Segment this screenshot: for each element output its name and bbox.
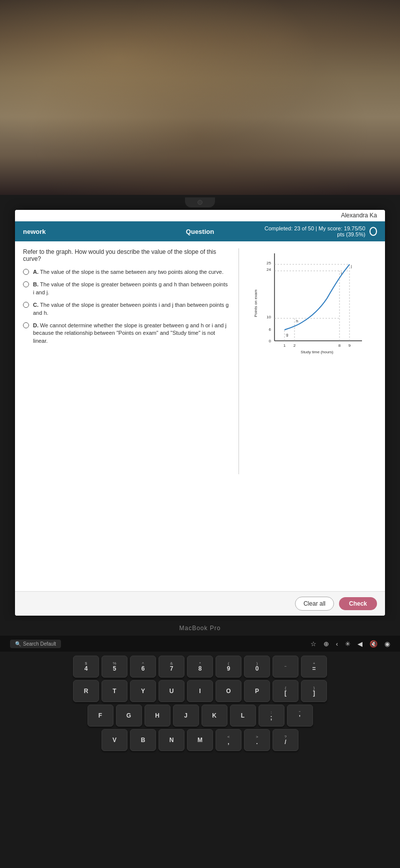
svg-text:2: 2 — [294, 343, 296, 348]
settings-icon[interactable] — [370, 227, 377, 236]
svg-text:g: g — [286, 332, 288, 337]
key-equals[interactable]: += — [301, 656, 327, 678]
star-icon[interactable]: ☆ — [310, 640, 316, 648]
option-b[interactable]: B. The value of the slope is greater bet… — [23, 281, 230, 296]
key-v[interactable]: V — [102, 729, 128, 751]
option-d[interactable]: D. We cannot determine whether the slope… — [23, 322, 230, 345]
svg-text:j: j — [350, 264, 352, 268]
key-b[interactable]: B — [130, 729, 156, 751]
check-button[interactable]: Check — [339, 597, 377, 610]
key-quote[interactable]: "' — [287, 705, 313, 727]
macbook-label: MacBook Pro — [0, 621, 400, 636]
search-label: Search Default — [23, 641, 56, 647]
svg-text:i: i — [341, 271, 342, 275]
nav-score-label: Completed: 23 of 50 | My score: 19.75/50… — [259, 225, 366, 237]
screen-content: Alexandra Ka nework Question Completed: … — [15, 210, 385, 616]
radio-d[interactable] — [23, 322, 29, 328]
key-y[interactable]: Y — [130, 680, 156, 702]
svg-text:Study time (hours): Study time (hours) — [300, 350, 334, 354]
key-comma[interactable]: <, — [216, 729, 242, 751]
key-8[interactable]: *8 — [187, 656, 213, 678]
key-bracket-left[interactable]: {[ — [272, 680, 298, 702]
nav-header: nework Question Completed: 23 of 50 | My… — [15, 221, 385, 241]
question-left: Refer to the graph. How would you descri… — [23, 248, 230, 474]
svg-text:Points on exam: Points on exam — [254, 289, 258, 317]
option-a[interactable]: A. The value of the slope is the same be… — [23, 268, 230, 276]
question-area: Refer to the graph. How would you descri… — [15, 241, 385, 481]
key-m[interactable]: M — [187, 729, 213, 751]
webcam-bar — [0, 195, 400, 210]
key-9[interactable]: (9 — [216, 656, 242, 678]
user-bar: Alexandra Ka — [15, 210, 385, 221]
radio-b[interactable] — [23, 281, 29, 287]
key-r[interactable]: R — [73, 680, 99, 702]
svg-text:1: 1 — [284, 343, 286, 348]
svg-text:24: 24 — [266, 267, 271, 272]
graph-container: 0 6 10 24 25 1 2 8 9 — [252, 248, 372, 358]
svg-text:0: 0 — [269, 339, 272, 343]
keyboard: $4 %5 ^6 &7 *8 (9 )0 − += R T Y U I O P … — [0, 652, 400, 762]
footer-bar: Clear all Check — [15, 591, 385, 616]
key-bracket-right[interactable]: }] — [301, 680, 327, 702]
key-slash[interactable]: ?/ — [272, 729, 298, 751]
radio-c[interactable] — [23, 302, 29, 308]
svg-text:8: 8 — [338, 343, 341, 348]
webcam-lens — [198, 200, 202, 205]
answer-options: A. The value of the slope is the same be… — [23, 268, 230, 345]
mute-icon[interactable]: 🔇 — [370, 640, 378, 648]
key-p[interactable]: P — [244, 680, 270, 702]
key-semicolon[interactable]: :; — [258, 705, 284, 727]
webcam-bump — [185, 197, 215, 207]
key-t[interactable]: T — [102, 680, 128, 702]
clear-all-button[interactable]: Clear all — [295, 597, 334, 611]
touch-bar: 🔍 Search Default ☆ ⊕ ‹ ✳ ◀ 🔇 ◉ — [0, 636, 400, 652]
option-c-text: C. The value of the slope is greater bet… — [33, 301, 230, 317]
question-prompt: Refer to the graph. How would you descri… — [23, 248, 230, 262]
key-u[interactable]: U — [158, 680, 184, 702]
key-7[interactable]: &7 — [158, 656, 184, 678]
nav-question-label: Question — [186, 228, 214, 235]
question-right: 0 6 10 24 25 1 2 8 9 — [247, 248, 377, 474]
key-4[interactable]: $4 — [73, 656, 99, 678]
key-i[interactable]: I — [187, 680, 213, 702]
svg-text:10: 10 — [266, 315, 271, 319]
touch-bar-search[interactable]: 🔍 Search Default — [10, 640, 61, 648]
keyboard-row-asdf: F G H J K L :; "' — [5, 705, 395, 727]
sparkle-icon[interactable]: ✳ — [345, 640, 350, 648]
key-minus[interactable]: − — [272, 656, 298, 678]
key-6[interactable]: ^6 — [130, 656, 156, 678]
key-k[interactable]: K — [202, 705, 228, 727]
radio-a[interactable] — [23, 269, 29, 275]
svg-text:6: 6 — [269, 327, 272, 332]
add-icon[interactable]: ⊕ — [324, 640, 329, 648]
svg-text:9: 9 — [348, 343, 351, 348]
back-icon[interactable]: ‹ — [336, 640, 338, 648]
key-5[interactable]: %5 — [102, 656, 128, 678]
key-o[interactable]: O — [216, 680, 242, 702]
key-j[interactable]: J — [173, 705, 199, 727]
nav-left: nework — [23, 228, 141, 235]
key-period[interactable]: >. — [244, 729, 270, 751]
nav-network-label: nework — [23, 228, 46, 235]
option-c[interactable]: C. The value of the slope is greater bet… — [23, 301, 230, 317]
option-a-text: A. The value of the slope is the same be… — [33, 268, 224, 276]
keyboard-row-numbers: $4 %5 ^6 &7 *8 (9 )0 − += — [5, 656, 395, 678]
key-l[interactable]: L — [230, 705, 256, 727]
option-b-text: B. The value of the slope is greater bet… — [33, 281, 230, 296]
kitchen-background — [0, 0, 400, 195]
key-h[interactable]: H — [144, 705, 170, 727]
volume-icon[interactable]: ◀ — [358, 640, 362, 648]
key-0[interactable]: )0 — [244, 656, 270, 678]
empty-space — [15, 481, 385, 591]
key-n[interactable]: N — [158, 729, 184, 751]
key-g[interactable]: G — [116, 705, 142, 727]
screen-bezel: Alexandra Ka nework Question Completed: … — [0, 210, 400, 621]
keyboard-row-zxcv: V B N M <, >. ?/ — [5, 729, 395, 751]
svg-text:25: 25 — [266, 261, 271, 265]
key-f[interactable]: F — [88, 705, 114, 727]
keyboard-row-qwerty: R T Y U I O P {[ }] — [5, 680, 395, 702]
graph-svg: 0 6 10 24 25 1 2 8 9 — [252, 248, 372, 358]
camera-icon[interactable]: ◉ — [384, 640, 390, 648]
username-label: Alexandra Ka — [341, 212, 377, 219]
search-icon: 🔍 — [15, 641, 21, 647]
